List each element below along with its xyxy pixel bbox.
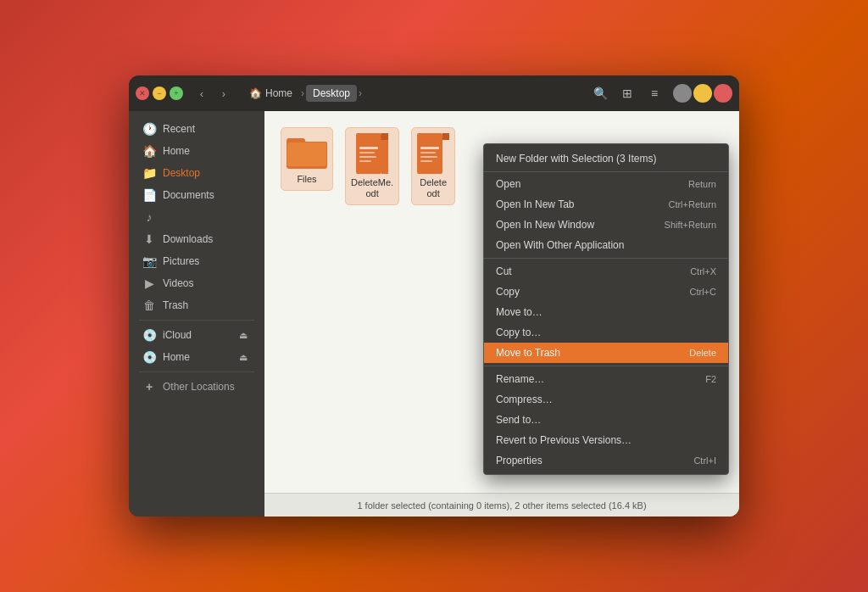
sidebar-item-videos-label: Videos [163,277,193,289]
view-toggle-button[interactable]: ⊞ [615,81,639,105]
ctx-open-shortcut: Return [688,179,716,189]
file-view[interactable]: Files DeleteMe.odt [264,111,739,517]
sidebar-item-documents[interactable]: 📄 Documents [132,184,261,206]
svg-rect-17 [420,152,436,154]
ctx-copy-to-label: Copy to… [496,327,541,338]
ctx-divider-2 [484,366,728,366]
window-controls [673,84,732,103]
odt-icon-1 [356,133,388,174]
file-item-deleteme-odt[interactable]: DeleteMe.odt [346,128,398,204]
titlebar-actions: 🔍 ⊞ ≡ [588,81,666,105]
documents-icon: 📄 [142,188,156,202]
back-button[interactable]: ‹ [192,83,212,103]
ctx-open-window-shortcut: Shift+Return [665,220,716,230]
sidebar-item-desktop-label: Desktop [163,167,200,179]
breadcrumb: 🏠 Home › Desktop › [242,84,580,103]
ctx-open-tab[interactable]: Open In New Tab Ctrl+Return [484,194,728,215]
sidebar-item-recent[interactable]: 🕐 Recent [132,118,261,140]
trash-icon: 🗑 [142,299,156,312]
svg-rect-18 [420,156,437,158]
sidebar-item-home[interactable]: 🏠 Home [132,140,261,162]
window-close-button[interactable]: ✕ [136,87,149,100]
desktop-icon: 📁 [142,166,156,180]
sidebar: 🕐 Recent 🏠 Home 📁 Desktop 📄 Documents ♪ [129,111,264,517]
ctx-move-trash-label: Move to Trash [496,347,560,359]
ctx-open[interactable]: Open Return [484,174,728,194]
ctx-properties-label: Properties [496,455,542,466]
ctx-open-other-label: Open With Other Application [496,239,624,251]
svg-rect-7 [381,140,388,174]
folder-icon [287,133,327,170]
sidebar-item-documents-label: Documents [163,189,214,201]
home2-icon: 💿 [142,350,156,364]
sidebar-item-pictures-label: Pictures [163,255,199,267]
sidebar-item-icloud[interactable]: 💿 iCloud ⏏ [132,324,261,346]
ctx-open-tab-shortcut: Ctrl+Return [668,199,716,209]
window-maximize-button[interactable]: + [170,87,183,100]
file-item-delete-odt[interactable]: Deleteodt [412,128,454,204]
ctx-move-to-label: Move to… [496,306,542,318]
sidebar-item-trash[interactable]: 🗑 Trash [132,294,261,316]
svg-rect-11 [359,156,376,158]
ctx-cut-shortcut: Ctrl+X [690,266,716,276]
downloads-icon: ⬇ [142,232,156,246]
ctx-compress[interactable]: Compress… [484,389,728,410]
file-label-files: Files [297,174,316,185]
icloud-eject-button[interactable]: ⏏ [236,327,251,343]
ctx-new-folder[interactable]: New Folder with Selection (3 Items) [484,148,728,172]
ctx-rename[interactable]: Rename… F2 [484,369,728,389]
ctx-cut[interactable]: Cut Ctrl+X [484,261,728,282]
ctx-revert[interactable]: Revert to Previous Versions… [484,430,728,450]
sidebar-item-home-label: Home [163,145,190,157]
titlebar: ✕ − + ‹ › 🏠 Home › Desktop › 🔍 ⊞ ≡ [129,75,739,111]
sidebar-item-downloads[interactable]: ⬇ Downloads [132,228,261,250]
sidebar-item-trash-label: Trash [163,299,188,311]
ctx-open-label: Open [496,178,520,190]
search-button[interactable]: 🔍 [588,81,612,105]
ctx-properties[interactable]: Properties Ctrl+I [484,450,728,471]
user-button[interactable] [673,84,692,103]
ctx-copy-to[interactable]: Copy to… [484,322,728,343]
file-item-files-folder[interactable]: Files [281,128,332,190]
breadcrumb-home-label: Home [265,87,292,99]
breadcrumb-separator: › [301,87,304,99]
file-label-delete: Deleteodt [420,177,447,199]
ctx-move-to[interactable]: Move to… [484,302,728,322]
home2-left: 💿 Home [142,350,236,364]
sidebar-item-videos[interactable]: ▶ Videos [132,272,261,294]
sidebar-item-music[interactable]: ♪ [132,206,261,228]
sidebar-item-other-locations[interactable]: + Other Locations [132,376,261,398]
ctx-divider-1 [484,258,728,259]
breadcrumb-home[interactable]: 🏠 Home [242,84,299,103]
sidebar-item-desktop[interactable]: 📁 Desktop [132,162,261,184]
sidebar-item-pictures[interactable]: 📷 Pictures [132,250,261,272]
breadcrumb-current-folder[interactable]: Desktop [306,85,357,102]
wctrl-close[interactable] [714,84,732,103]
forward-button[interactable]: › [214,83,234,103]
sidebar-item-other-locations-label: Other Locations [163,381,235,393]
ctx-compress-label: Compress… [496,394,553,405]
ctx-move-trash[interactable]: Move to Trash Delete [484,343,728,363]
window-minimize-button[interactable]: − [153,87,166,100]
context-menu: New Folder with Selection (3 Items) Open… [483,143,729,475]
home2-eject-button[interactable]: ⏏ [236,349,251,365]
sidebar-item-home2[interactable]: 💿 Home ⏏ [132,346,261,368]
ctx-copy[interactable]: Copy Ctrl+C [484,282,728,302]
sidebar-item-recent-label: Recent [163,123,195,135]
other-locations-icon: + [142,380,156,394]
ctx-open-other[interactable]: Open With Other Application [484,235,728,255]
ctx-open-tab-label: Open In New Tab [496,198,575,210]
svg-rect-8 [381,133,388,140]
ctx-send-to[interactable]: Send to… [484,410,728,430]
ctx-rename-shortcut: F2 [705,374,716,384]
ctx-open-window[interactable]: Open In New Window Shift+Return [484,215,728,235]
home-sidebar-icon: 🏠 [142,144,156,158]
svg-rect-10 [359,152,375,154]
file-manager-window: ✕ − + ‹ › 🏠 Home › Desktop › 🔍 ⊞ ≡ [129,75,739,517]
sidebar-divider-2 [139,371,254,372]
ctx-copy-label: Copy [496,286,520,298]
ctx-new-folder-label: New Folder with Selection (3 Items) [496,153,656,165]
wctrl-minimize[interactable] [693,84,712,103]
menu-button[interactable]: ≡ [643,81,666,105]
sidebar-item-icloud-label: iCloud [163,329,192,341]
